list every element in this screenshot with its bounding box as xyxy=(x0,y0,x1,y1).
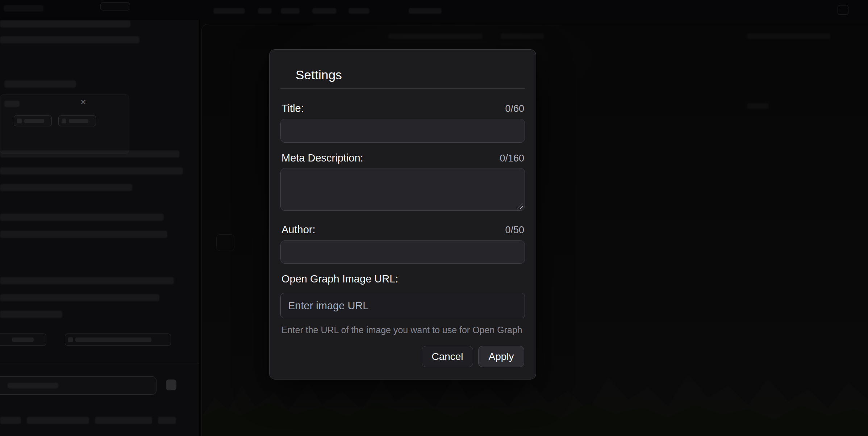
preview-button-placeholder xyxy=(58,115,96,126)
chat-text-line xyxy=(0,277,174,284)
knowledge-icon xyxy=(68,338,73,342)
breadcrumb-segment xyxy=(281,8,300,14)
meta-description-textarea[interactable] xyxy=(280,168,525,211)
chat-input-hint xyxy=(8,383,58,389)
restore-icon xyxy=(17,118,22,123)
chat-text-line xyxy=(0,20,130,28)
chat-text-line xyxy=(0,184,132,191)
preview-ghost-box xyxy=(216,234,234,251)
breadcrumb-segment xyxy=(349,8,370,14)
dialog-title: Settings xyxy=(296,68,342,82)
chat-text-line xyxy=(0,36,139,43)
preview-ghost-text xyxy=(388,33,483,39)
apply-button[interactable]: Apply xyxy=(478,346,524,367)
restore-button-placeholder xyxy=(14,115,52,126)
chat-text-line xyxy=(0,150,179,158)
chat-message-fragment xyxy=(158,417,176,424)
chat-text-line xyxy=(0,214,164,221)
chat-input-placeholder xyxy=(0,376,157,395)
version-card-title xyxy=(4,80,76,88)
close-icon: × xyxy=(80,97,86,107)
preview-icon xyxy=(62,118,66,123)
chat-message-fragment xyxy=(27,417,89,424)
og-image-url-input[interactable] xyxy=(280,293,525,318)
sidebar-divider xyxy=(0,364,199,364)
chat-sidebar: × xyxy=(0,20,199,436)
author-char-counter: 0/50 xyxy=(505,225,524,236)
title-input[interactable] xyxy=(280,119,525,143)
breadcrumb-segment xyxy=(213,8,245,14)
chat-text-line xyxy=(0,294,159,301)
title-field-label: Title: xyxy=(281,102,304,114)
restore-label-placeholder xyxy=(24,119,44,123)
version-card-subtext xyxy=(4,101,20,107)
cancel-button[interactable]: Cancel xyxy=(422,346,473,367)
supabase-button-placeholder xyxy=(0,334,46,346)
manage-knowledge-label-placeholder xyxy=(75,338,151,342)
manage-knowledge-button-placeholder xyxy=(65,334,171,346)
settings-dialog: Settings Title: 0/60 Meta Description: 0… xyxy=(269,49,536,380)
chat-text-line xyxy=(0,167,183,175)
chat-text-line xyxy=(0,231,167,238)
og-image-helper-text: Enter the URL of the image you want to u… xyxy=(281,325,522,335)
preview-label-placeholder xyxy=(69,119,88,123)
chat-message-fragment xyxy=(0,417,21,424)
author-input[interactable] xyxy=(280,240,525,264)
topbar-settings-icon xyxy=(838,5,848,15)
sidebar-mode-pill xyxy=(100,2,130,11)
meta-description-field-label: Meta Description: xyxy=(281,152,363,164)
preview-ghost-text xyxy=(501,33,544,39)
breadcrumb-segment xyxy=(312,8,337,14)
author-field-label: Author: xyxy=(281,224,316,236)
preview-ghost-text xyxy=(747,103,769,109)
chat-message-fragment xyxy=(95,417,152,424)
top-bar xyxy=(0,0,868,20)
breadcrumb-segment xyxy=(258,8,272,14)
preview-ghost-text xyxy=(747,33,830,39)
og-image-url-field-label: Open Graph Image URL: xyxy=(281,273,398,285)
breadcrumb-segment xyxy=(409,8,442,14)
dialog-divider xyxy=(280,88,525,89)
chat-text-line xyxy=(0,311,62,318)
send-button-placeholder xyxy=(166,380,176,390)
tab-edge-placeholder xyxy=(4,5,43,12)
title-char-counter: 0/60 xyxy=(505,103,524,114)
supabase-label-placeholder xyxy=(12,338,34,342)
meta-description-char-counter: 0/160 xyxy=(500,153,524,164)
